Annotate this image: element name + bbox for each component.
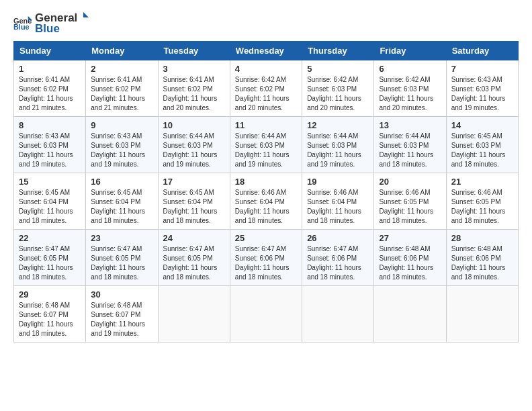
calendar-day-header: Monday (86, 42, 158, 60)
calendar-cell: 28 Sunrise: 6:48 AMSunset: 6:06 PMDaylig… (446, 230, 518, 286)
day-number: 6 (379, 64, 441, 74)
day-number: 4 (235, 64, 297, 74)
day-info: Sunrise: 6:43 AMSunset: 6:03 PMDaylight:… (19, 132, 73, 168)
calendar-cell: 14 Sunrise: 6:45 AMSunset: 6:03 PMDaylig… (446, 117, 518, 173)
calendar-cell: 13 Sunrise: 6:44 AMSunset: 6:03 PMDaylig… (374, 117, 446, 173)
day-number: 22 (19, 233, 81, 243)
day-number: 28 (451, 233, 513, 243)
calendar-cell: 19 Sunrise: 6:46 AMSunset: 6:04 PMDaylig… (302, 173, 374, 230)
day-number: 8 (19, 120, 81, 130)
day-number: 7 (451, 64, 513, 74)
day-number: 9 (91, 120, 152, 130)
day-info: Sunrise: 6:41 AMSunset: 6:02 PMDaylight:… (163, 76, 218, 111)
calendar-cell: 30 Sunrise: 6:48 AMSunset: 6:07 PMDaylig… (86, 286, 158, 342)
logo: General Blue General Blue (13, 11, 89, 36)
calendar-week-row: 1 Sunrise: 6:41 AMSunset: 6:02 PMDayligh… (14, 60, 519, 117)
day-number: 1 (19, 64, 81, 74)
calendar-cell: 16 Sunrise: 6:45 AMSunset: 6:04 PMDaylig… (86, 173, 158, 230)
day-number: 20 (379, 177, 441, 187)
calendar-cell: 4 Sunrise: 6:42 AMSunset: 6:02 PMDayligh… (230, 60, 302, 117)
calendar-cell: 17 Sunrise: 6:45 AMSunset: 6:04 PMDaylig… (158, 173, 230, 230)
day-info: Sunrise: 6:46 AMSunset: 6:04 PMDaylight:… (307, 189, 361, 224)
calendar-cell: 21 Sunrise: 6:46 AMSunset: 6:05 PMDaylig… (446, 173, 518, 230)
day-number: 24 (163, 233, 225, 243)
calendar-cell: 10 Sunrise: 6:44 AMSunset: 6:03 PMDaylig… (158, 117, 230, 173)
calendar-cell: 6 Sunrise: 6:42 AMSunset: 6:03 PMDayligh… (374, 60, 446, 117)
calendar-cell: 29 Sunrise: 6:48 AMSunset: 6:07 PMDaylig… (14, 286, 86, 342)
day-info: Sunrise: 6:42 AMSunset: 6:03 PMDaylight:… (379, 76, 433, 111)
day-number: 12 (307, 120, 369, 130)
day-info: Sunrise: 6:41 AMSunset: 6:02 PMDaylight:… (19, 76, 73, 111)
day-info: Sunrise: 6:47 AMSunset: 6:06 PMDaylight:… (235, 245, 290, 281)
day-info: Sunrise: 6:46 AMSunset: 6:05 PMDaylight:… (451, 189, 506, 224)
calendar-day-header: Tuesday (158, 42, 230, 60)
day-number: 11 (235, 120, 297, 130)
day-info: Sunrise: 6:45 AMSunset: 6:03 PMDaylight:… (451, 132, 506, 168)
day-info: Sunrise: 6:45 AMSunset: 6:04 PMDaylight:… (163, 189, 218, 224)
day-info: Sunrise: 6:42 AMSunset: 6:02 PMDaylight:… (235, 76, 290, 111)
day-number: 14 (451, 120, 513, 130)
day-info: Sunrise: 6:48 AMSunset: 6:06 PMDaylight:… (451, 245, 506, 281)
day-number: 30 (91, 289, 152, 300)
day-info: Sunrise: 6:43 AMSunset: 6:03 PMDaylight:… (451, 76, 506, 111)
calendar-day-header: Friday (374, 42, 446, 60)
calendar-week-row: 8 Sunrise: 6:43 AMSunset: 6:03 PMDayligh… (14, 117, 519, 173)
calendar-cell: 22 Sunrise: 6:47 AMSunset: 6:05 PMDaylig… (14, 230, 86, 286)
calendar-cell: 9 Sunrise: 6:43 AMSunset: 6:03 PMDayligh… (86, 117, 158, 173)
day-info: Sunrise: 6:48 AMSunset: 6:06 PMDaylight:… (379, 245, 433, 281)
day-number: 3 (163, 64, 225, 74)
day-info: Sunrise: 6:45 AMSunset: 6:04 PMDaylight:… (19, 189, 73, 224)
calendar-day-header: Sunday (14, 42, 86, 60)
calendar-cell (446, 286, 518, 342)
calendar-week-row: 29 Sunrise: 6:48 AMSunset: 6:07 PMDaylig… (14, 286, 519, 342)
day-number: 2 (91, 64, 152, 74)
calendar-day-header: Thursday (302, 42, 374, 60)
day-info: Sunrise: 6:43 AMSunset: 6:03 PMDaylight:… (91, 132, 145, 168)
calendar-table: SundayMondayTuesdayWednesdayThursdayFrid… (13, 41, 519, 342)
calendar-cell: 5 Sunrise: 6:42 AMSunset: 6:03 PMDayligh… (302, 60, 374, 117)
day-info: Sunrise: 6:41 AMSunset: 6:02 PMDaylight:… (91, 76, 145, 111)
calendar-cell: 7 Sunrise: 6:43 AMSunset: 6:03 PMDayligh… (446, 60, 518, 117)
calendar-week-row: 22 Sunrise: 6:47 AMSunset: 6:05 PMDaylig… (14, 230, 519, 286)
logo-arrow-icon (78, 11, 89, 21)
calendar-cell: 15 Sunrise: 6:45 AMSunset: 6:04 PMDaylig… (14, 173, 86, 230)
calendar-cell: 11 Sunrise: 6:44 AMSunset: 6:03 PMDaylig… (230, 117, 302, 173)
calendar-cell (158, 286, 230, 342)
day-info: Sunrise: 6:42 AMSunset: 6:03 PMDaylight:… (307, 76, 361, 111)
day-number: 16 (91, 177, 152, 187)
day-info: Sunrise: 6:44 AMSunset: 6:03 PMDaylight:… (235, 132, 290, 168)
calendar-cell (302, 286, 374, 342)
logo-icon: General Blue (13, 14, 32, 33)
day-number: 21 (451, 177, 513, 187)
calendar-cell: 25 Sunrise: 6:47 AMSunset: 6:06 PMDaylig… (230, 230, 302, 286)
day-number: 23 (91, 233, 152, 243)
day-info: Sunrise: 6:46 AMSunset: 6:04 PMDaylight:… (235, 189, 290, 224)
day-number: 10 (163, 120, 225, 130)
calendar-cell: 24 Sunrise: 6:47 AMSunset: 6:05 PMDaylig… (158, 230, 230, 286)
calendar-cell: 12 Sunrise: 6:44 AMSunset: 6:03 PMDaylig… (302, 117, 374, 173)
calendar-cell (374, 286, 446, 342)
day-info: Sunrise: 6:47 AMSunset: 6:05 PMDaylight:… (163, 245, 218, 281)
svg-text:Blue: Blue (13, 23, 30, 31)
day-number: 19 (307, 177, 369, 187)
calendar-day-header: Saturday (446, 42, 518, 60)
calendar-cell: 8 Sunrise: 6:43 AMSunset: 6:03 PMDayligh… (14, 117, 86, 173)
calendar-week-row: 15 Sunrise: 6:45 AMSunset: 6:04 PMDaylig… (14, 173, 519, 230)
day-info: Sunrise: 6:44 AMSunset: 6:03 PMDaylight:… (163, 132, 218, 168)
day-info: Sunrise: 6:44 AMSunset: 6:03 PMDaylight:… (379, 132, 433, 168)
day-number: 18 (235, 177, 297, 187)
day-number: 29 (19, 289, 81, 300)
day-info: Sunrise: 6:45 AMSunset: 6:04 PMDaylight:… (91, 189, 145, 224)
day-info: Sunrise: 6:47 AMSunset: 6:06 PMDaylight:… (307, 245, 361, 281)
day-number: 13 (379, 120, 441, 130)
day-info: Sunrise: 6:47 AMSunset: 6:05 PMDaylight:… (91, 245, 145, 281)
day-number: 5 (307, 64, 369, 74)
day-number: 26 (307, 233, 369, 243)
calendar-cell: 1 Sunrise: 6:41 AMSunset: 6:02 PMDayligh… (14, 60, 86, 117)
day-number: 25 (235, 233, 297, 243)
calendar-cell: 27 Sunrise: 6:48 AMSunset: 6:06 PMDaylig… (374, 230, 446, 286)
day-number: 17 (163, 177, 225, 187)
calendar-cell: 23 Sunrise: 6:47 AMSunset: 6:05 PMDaylig… (86, 230, 158, 286)
calendar-header-row: SundayMondayTuesdayWednesdayThursdayFrid… (14, 42, 519, 60)
day-number: 27 (379, 233, 441, 243)
